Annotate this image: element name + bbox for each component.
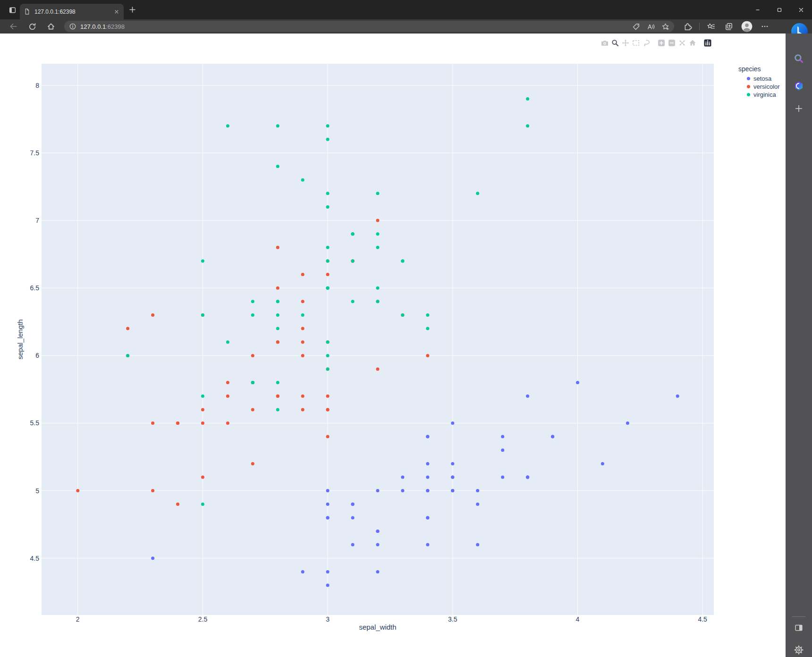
data-point-setosa[interactable] (551, 435, 554, 438)
data-point-virginica[interactable] (326, 124, 330, 127)
data-point-setosa[interactable] (326, 584, 330, 587)
data-point-virginica[interactable] (326, 340, 330, 344)
data-point-setosa[interactable] (426, 435, 429, 438)
data-point-versicolor[interactable] (426, 354, 429, 357)
data-point-setosa[interactable] (576, 381, 579, 384)
data-point-virginica[interactable] (476, 192, 479, 195)
data-point-versicolor[interactable] (226, 381, 229, 384)
data-point-versicolor[interactable] (276, 246, 279, 249)
maximize-icon[interactable] (769, 0, 790, 19)
lasso-icon[interactable] (643, 39, 650, 47)
data-point-virginica[interactable] (426, 313, 429, 317)
back-icon[interactable] (7, 20, 20, 33)
data-point-versicolor[interactable] (376, 219, 380, 222)
data-point-setosa[interactable] (451, 421, 454, 425)
data-point-virginica[interactable] (351, 300, 355, 303)
data-point-virginica[interactable] (401, 260, 404, 263)
microsoft-365-icon[interactable] (794, 81, 804, 91)
data-point-setosa[interactable] (326, 516, 330, 519)
data-point-virginica[interactable] (326, 368, 330, 371)
data-point-versicolor[interactable] (301, 340, 304, 344)
data-point-versicolor[interactable] (276, 286, 279, 290)
data-point-versicolor[interactable] (301, 300, 304, 303)
data-point-versicolor[interactable] (251, 462, 254, 465)
data-point-versicolor[interactable] (326, 408, 330, 411)
data-point-virginica[interactable] (276, 408, 279, 411)
data-point-versicolor[interactable] (201, 408, 204, 411)
browser-tab[interactable]: 127.0.0.1:62398 (20, 4, 124, 19)
data-point-setosa[interactable] (326, 503, 330, 506)
data-point-virginica[interactable] (526, 124, 529, 127)
data-point-versicolor[interactable] (76, 489, 79, 492)
data-point-versicolor[interactable] (301, 395, 304, 398)
data-point-setosa[interactable] (426, 462, 429, 465)
data-point-virginica[interactable] (301, 178, 304, 182)
data-point-setosa[interactable] (401, 489, 404, 492)
data-point-setosa[interactable] (376, 530, 380, 533)
data-point-setosa[interactable] (376, 543, 380, 547)
data-point-versicolor[interactable] (226, 421, 229, 425)
data-point-virginica[interactable] (276, 381, 279, 384)
sidebar-panel-icon[interactable] (794, 623, 804, 633)
data-point-virginica[interactable] (301, 313, 304, 317)
data-point-virginica[interactable] (326, 286, 330, 290)
tab-close-icon[interactable] (113, 8, 120, 15)
legend-item-setosa[interactable]: setosa (735, 75, 780, 83)
data-point-versicolor[interactable] (301, 354, 304, 357)
more-icon[interactable] (758, 20, 771, 33)
data-point-versicolor[interactable] (151, 489, 154, 492)
zoom-out-icon[interactable] (668, 39, 676, 47)
close-icon[interactable] (790, 0, 812, 19)
data-point-virginica[interactable] (251, 381, 254, 384)
data-point-versicolor[interactable] (126, 327, 129, 330)
collections-icon[interactable] (722, 20, 736, 33)
data-point-virginica[interactable] (201, 260, 204, 263)
favorite-add-icon[interactable] (661, 23, 669, 31)
data-point-versicolor[interactable] (276, 340, 279, 344)
data-point-versicolor[interactable] (326, 395, 330, 398)
data-point-virginica[interactable] (276, 300, 279, 303)
data-point-versicolor[interactable] (301, 273, 304, 276)
autoscale-icon[interactable] (678, 39, 686, 47)
data-point-virginica[interactable] (401, 313, 404, 317)
data-point-setosa[interactable] (426, 516, 429, 519)
data-point-setosa[interactable] (426, 489, 429, 492)
data-point-virginica[interactable] (326, 260, 330, 263)
data-point-versicolor[interactable] (326, 273, 330, 276)
plotly-logo-icon[interactable] (704, 39, 711, 47)
data-point-setosa[interactable] (476, 503, 479, 506)
data-point-versicolor[interactable] (301, 327, 304, 330)
data-point-virginica[interactable] (226, 340, 229, 344)
data-point-setosa[interactable] (376, 489, 380, 492)
shopping-icon[interactable] (632, 23, 640, 31)
refresh-icon[interactable] (25, 20, 39, 33)
data-point-versicolor[interactable] (201, 421, 204, 425)
data-point-versicolor[interactable] (176, 421, 179, 425)
zoom-in-icon[interactable] (658, 39, 665, 47)
data-point-virginica[interactable] (326, 246, 330, 249)
search-icon[interactable] (794, 53, 804, 64)
data-point-virginica[interactable] (526, 97, 529, 101)
data-point-setosa[interactable] (501, 476, 504, 479)
data-point-versicolor[interactable] (251, 408, 254, 411)
data-point-setosa[interactable] (626, 421, 629, 425)
data-point-virginica[interactable] (251, 313, 254, 317)
new-tab-icon[interactable] (128, 6, 136, 14)
data-point-virginica[interactable] (201, 503, 204, 506)
data-point-virginica[interactable] (351, 260, 355, 263)
legend-item-versicolor[interactable]: versicolor (735, 83, 780, 91)
data-point-virginica[interactable] (276, 313, 279, 317)
data-point-setosa[interactable] (451, 476, 454, 479)
profile-icon[interactable] (740, 20, 753, 33)
data-point-setosa[interactable] (151, 556, 154, 560)
data-point-versicolor[interactable] (151, 421, 154, 425)
tab-actions-icon[interactable] (8, 6, 17, 14)
data-point-virginica[interactable] (376, 246, 380, 249)
data-point-setosa[interactable] (401, 476, 404, 479)
data-point-setosa[interactable] (426, 543, 429, 547)
data-point-virginica[interactable] (426, 327, 429, 330)
data-point-virginica[interactable] (326, 138, 330, 141)
data-point-setosa[interactable] (501, 448, 504, 452)
zoom-icon[interactable] (611, 39, 619, 47)
home-icon[interactable] (44, 20, 58, 33)
